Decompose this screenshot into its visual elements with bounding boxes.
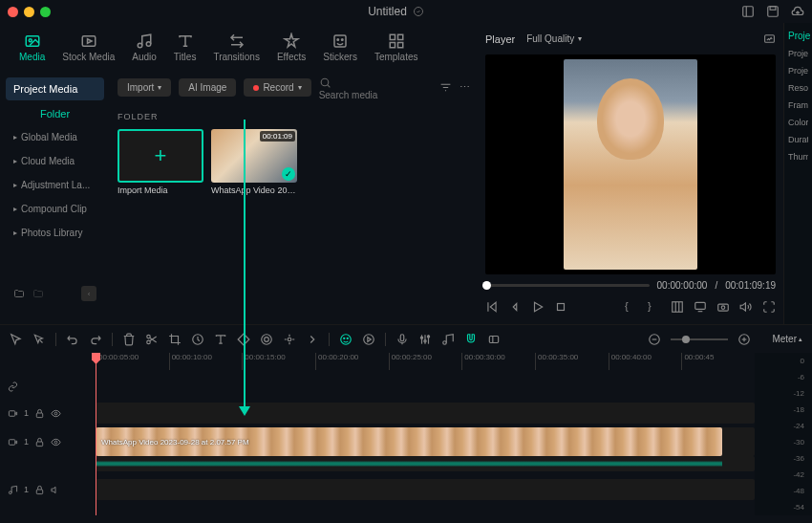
quality-dropdown[interactable]: Full Quality▾ [526, 33, 582, 44]
magnet-icon[interactable] [464, 333, 478, 346]
pointer-icon[interactable] [10, 333, 23, 346]
undo-icon[interactable] [66, 333, 79, 346]
collapse-sidebar[interactable]: ‹ [81, 286, 96, 301]
search-input[interactable] [319, 76, 432, 100]
new-folder-icon[interactable] [13, 288, 25, 299]
sidebar-project-media[interactable]: Project Media [6, 77, 104, 100]
select-icon[interactable] [32, 333, 46, 346]
motion-icon[interactable] [283, 333, 296, 346]
svg-rect-20 [765, 35, 775, 43]
ai-image-button[interactable]: AI Image [179, 78, 236, 97]
tab-transitions[interactable]: Transitions [205, 29, 267, 66]
time-ruler[interactable]: 00:00:05:00 00:00:10:00 00:00:15:00 00:0… [0, 353, 755, 370]
maximize-window[interactable] [40, 7, 51, 17]
svg-rect-45 [400, 334, 404, 340]
mark-in-icon[interactable]: { [625, 300, 638, 314]
sidebar-photos-library[interactable]: Photos Library [6, 223, 104, 243]
import-media-tile[interactable]: + Import Media [118, 129, 203, 195]
svg-rect-3 [768, 7, 779, 17]
color-icon[interactable] [260, 333, 273, 346]
sidebar-cloud-media[interactable]: Cloud Media [6, 151, 104, 171]
preview-viewport[interactable] [485, 54, 776, 274]
lock-icon[interactable] [34, 408, 45, 419]
tab-audio[interactable]: Audio [124, 29, 164, 66]
media-sidebar: Project Media Folder Global Media Cloud … [0, 72, 110, 311]
video-track-2: 1 [0, 403, 755, 424]
split-icon[interactable] [145, 333, 159, 346]
render-icon[interactable] [362, 333, 375, 346]
save-icon[interactable] [766, 5, 780, 18]
video-icon [8, 437, 18, 447]
zoom-slider[interactable] [671, 338, 728, 340]
stop-icon[interactable] [554, 300, 567, 314]
snapshot-icon[interactable] [763, 33, 776, 45]
lock-icon[interactable] [34, 437, 45, 447]
media-thumb-video[interactable]: 00:01:09 ✓ WhatsApp Video 202... [211, 129, 297, 195]
play-icon[interactable] [531, 300, 545, 314]
meter-toggle[interactable]: Meter▴ [772, 334, 802, 344]
layout-icon[interactable] [741, 5, 755, 18]
filter-icon[interactable] [439, 81, 452, 94]
redo-icon[interactable] [89, 333, 102, 346]
prev-frame-icon[interactable] [485, 300, 499, 314]
mic-icon[interactable] [395, 333, 409, 346]
mute-icon[interactable] [51, 485, 61, 495]
minimize-window[interactable] [24, 7, 34, 17]
sidebar-adjustment-layer[interactable]: Adjustment La... [6, 175, 104, 195]
titlebar: Untitled [0, 0, 812, 23]
tab-templates[interactable]: Templates [367, 29, 426, 66]
camera-icon[interactable] [716, 300, 730, 314]
marker-icon[interactable] [487, 333, 501, 346]
svg-marker-33 [740, 303, 745, 311]
link-icon[interactable] [8, 381, 18, 392]
speed-icon[interactable] [191, 333, 204, 346]
zoom-out-icon[interactable] [648, 333, 661, 346]
scrub-bar[interactable] [485, 284, 650, 287]
properties-panel: Proje Proje Proje Locat Reso Fram Color … [783, 23, 812, 324]
mark-out-icon[interactable]: } [648, 300, 661, 314]
mixer-icon[interactable] [418, 333, 432, 346]
svg-rect-29 [695, 302, 706, 309]
expand-icon[interactable] [306, 333, 319, 346]
sidebar-global-media[interactable]: Global Media [6, 127, 104, 147]
svg-rect-14 [390, 34, 395, 39]
eye-icon[interactable] [51, 437, 61, 447]
tab-media[interactable]: Media [11, 29, 53, 66]
cloud-upload-icon[interactable] [791, 5, 804, 18]
step-back-icon[interactable] [508, 300, 522, 314]
lock-icon[interactable] [34, 485, 45, 495]
display-icon[interactable] [694, 300, 707, 314]
tab-stock-media[interactable]: Stock Media [54, 29, 122, 66]
playhead[interactable] [96, 353, 96, 515]
ai-icon[interactable] [339, 333, 353, 346]
search-icon [319, 76, 331, 89]
svg-point-18 [321, 78, 329, 86]
sync-icon [413, 6, 424, 17]
svg-rect-26 [673, 302, 683, 313]
record-dropdown[interactable]: Record ▾ [244, 78, 310, 97]
tab-titles[interactable]: Titles [166, 29, 204, 66]
video-clip[interactable]: WhatsApp Video 2023-09-28 at 2.07.57 PM [96, 427, 755, 456]
folder-header: FOLDER [118, 112, 470, 121]
tab-effects[interactable]: Effects [269, 29, 313, 66]
svg-rect-69 [36, 490, 42, 494]
grid-icon[interactable] [671, 300, 684, 314]
volume-icon[interactable] [739, 300, 753, 314]
fullscreen-icon[interactable] [762, 300, 776, 314]
crop-icon[interactable] [168, 333, 182, 346]
delete-icon[interactable] [122, 333, 136, 346]
track-link [0, 374, 755, 399]
sidebar-folder[interactable]: Folder [6, 104, 104, 123]
zoom-in-icon[interactable] [737, 333, 751, 346]
tab-stickers[interactable]: Stickers [315, 29, 365, 66]
sidebar-compound-clip[interactable]: Compound Clip [6, 199, 104, 219]
folder-icon[interactable] [32, 288, 44, 299]
player-panel: Player Full Quality▾ 00:00:00:00 / 00:01… [478, 23, 783, 324]
import-dropdown[interactable]: Import ▾ [118, 78, 171, 97]
music-icon[interactable] [441, 333, 455, 346]
eye-icon[interactable] [51, 408, 61, 419]
close-window[interactable] [8, 7, 18, 17]
audio-clip[interactable] [96, 456, 755, 471]
more-icon[interactable]: ⋯ [459, 81, 470, 94]
text-icon[interactable] [214, 333, 227, 346]
